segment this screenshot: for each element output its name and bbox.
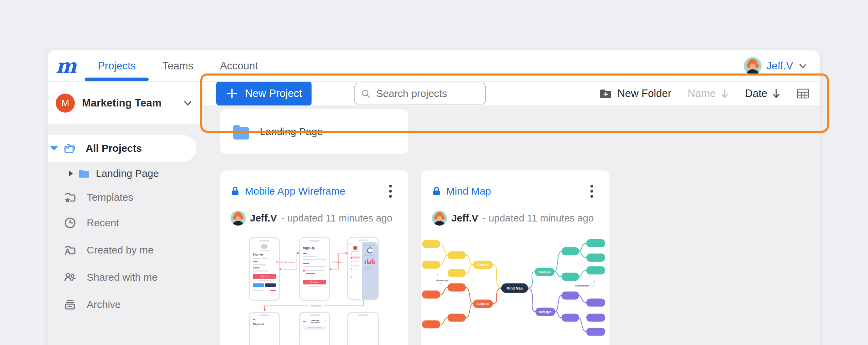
project-card-mobile-app-wireframe[interactable]: Mobile App Wireframe (220, 170, 408, 345)
sidebar-item-label: Archive (87, 299, 121, 310)
sidebar-item-label: Shared with me (87, 272, 157, 283)
sidebar-item-label: Landing Page (96, 168, 159, 179)
content-area: New Project (204, 82, 820, 345)
new-project-button[interactable]: New Project (216, 82, 312, 105)
phone-mockup-reports: Reports (249, 312, 280, 345)
sidebar-item-shared-with-me[interactable]: Shared with me (48, 264, 204, 291)
sidebar-item-label: Recent (87, 217, 119, 229)
svg-text:Subtopic: Subtopic (539, 310, 551, 314)
tab-teams[interactable]: Teams (162, 60, 193, 72)
grid-view-toggle-icon[interactable] (797, 88, 809, 99)
user-avatar (744, 57, 762, 75)
card-menu-button[interactable] (388, 183, 393, 199)
app-window: m Projects Teams Account Jeff (48, 50, 820, 345)
svg-text:Reports: Reports (311, 304, 321, 307)
projects-board: Landing Page Mobile App Wireframe (204, 106, 820, 345)
updated-text: - updated 11 minutes ago (281, 213, 393, 224)
sidebar-item-templates[interactable]: Templates (48, 185, 204, 209)
search-input[interactable] (354, 83, 486, 104)
svg-text:Connection: Connection (575, 284, 589, 287)
sidebar-item-all-projects[interactable]: All Projects (48, 135, 197, 162)
svg-text:Continue: Continue (332, 261, 343, 264)
folder-card-label: Landing Page (260, 126, 323, 137)
chevron-down-icon (183, 98, 193, 108)
collapsed-arrow-icon[interactable] (69, 170, 73, 177)
phone-mockup-customers: Manage Customers + (299, 312, 330, 345)
project-card-mind-map[interactable]: Mind Map (421, 170, 610, 345)
sidebar-list: All Projects Landing Page (48, 124, 204, 318)
project-title[interactable]: Mobile App Wireframe (245, 185, 388, 197)
svg-text:Connection: Connection (435, 279, 449, 282)
updated-text: - updated 11 minutes ago (483, 213, 594, 224)
phone-mockup-dashboard: × (347, 237, 379, 300)
phone-mockup-empty (347, 312, 379, 345)
archive-icon (63, 297, 77, 312)
folder-icon (77, 166, 91, 181)
sidebar-item-created-by-me[interactable]: Created by me (48, 236, 204, 264)
search-box (354, 83, 486, 104)
sidebar-item-label: Created by me (87, 244, 154, 256)
people-icon (63, 270, 77, 284)
arrow-down-icon (721, 88, 729, 99)
project-thumbnail-mindmap: Subtopic Subtopic (422, 234, 608, 336)
team-name: Marketing Team (82, 97, 162, 109)
chevron-down-icon (798, 61, 807, 71)
owner-avatar (432, 211, 447, 226)
miro-logo[interactable]: m (56, 56, 77, 76)
user-name: Jeff.V (766, 60, 793, 72)
folder-icon (232, 124, 250, 139)
lock-icon (231, 186, 240, 196)
folder-card-landing-page[interactable]: Landing Page (220, 109, 408, 154)
template-folder-icon (63, 190, 77, 204)
projects-toolbar: New Project (204, 82, 820, 106)
sidebar-item-landing-page[interactable]: Landing Page (48, 162, 204, 185)
team-avatar: M (56, 94, 75, 113)
clock-icon (63, 216, 77, 230)
sort-by-name-button[interactable]: Name (688, 87, 729, 100)
svg-text:Subtopic: Subtopic (477, 302, 489, 306)
search-icon (361, 88, 371, 99)
sidebar-item-label: Templates (87, 192, 133, 203)
owner-name: Jeff.V (250, 213, 277, 224)
toolbar-right: New Folder Name Date (599, 87, 809, 100)
owner-avatar (231, 211, 246, 226)
plus-icon (226, 87, 238, 100)
sidebar-item-recent[interactable]: Recent (48, 209, 204, 236)
lock-icon (432, 186, 441, 196)
top-nav: m Projects Teams Account Jeff (48, 50, 820, 82)
svg-text:Subtopic: Subtopic (477, 263, 489, 267)
screen: m Projects Teams Account Jeff (0, 0, 868, 345)
nav-tabs: Projects Teams Account (98, 50, 258, 81)
tab-projects[interactable]: Projects (98, 60, 136, 72)
user-menu[interactable]: Jeff.V (744, 57, 807, 75)
team-selector[interactable]: M Marketing Team (48, 82, 204, 124)
sort-by-date-button[interactable]: Date (745, 87, 780, 100)
phone-mockup-signup: Sign Up Co (299, 237, 330, 301)
sidebar-item-label: All Projects (86, 143, 142, 154)
sidebar-item-archive[interactable]: Archive (48, 291, 204, 318)
sidebar: M Marketing Team (48, 82, 204, 345)
new-folder-button[interactable]: New Folder (599, 87, 671, 100)
card-menu-button[interactable] (589, 183, 595, 199)
svg-text:Subtopic: Subtopic (538, 270, 551, 274)
project-thumbnail-wireframe: Sign In Sign In (239, 234, 389, 345)
arrow-down-icon (772, 88, 780, 99)
project-title[interactable]: Mind Map (446, 185, 589, 197)
expand-arrow-icon[interactable] (50, 146, 58, 151)
svg-text:Mind Map: Mind Map (506, 286, 523, 290)
folders-icon (63, 141, 77, 155)
phone-mockup-signin: Sign In Sign In (249, 237, 280, 301)
new-folder-icon (599, 87, 613, 100)
tab-account[interactable]: Account (220, 60, 258, 72)
owner-name: Jeff.V (451, 213, 478, 224)
person-folder-icon (63, 243, 77, 257)
